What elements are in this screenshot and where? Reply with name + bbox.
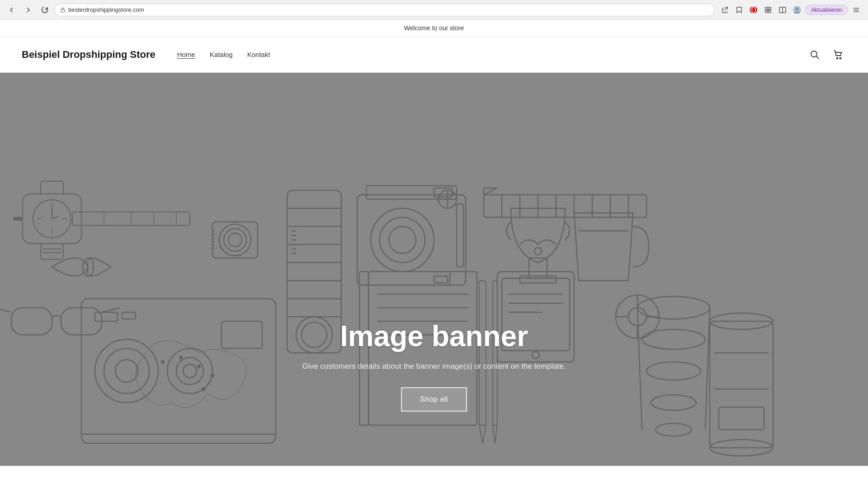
svg-point-112 (179, 356, 182, 359)
nav-kontakt[interactable]: Kontakt (247, 51, 270, 58)
svg-point-1 (750, 6, 757, 14)
browser-chrome: besterdropshippingstore.com (0, 0, 868, 20)
aktualisieren-button[interactable]: Aktualisieren (805, 5, 848, 15)
share-button[interactable] (718, 4, 731, 16)
svg-rect-6 (769, 10, 771, 13)
profile-button[interactable] (791, 4, 803, 16)
announcement-bar: Welcome to our store (0, 20, 868, 37)
header-right (807, 47, 846, 63)
hero-subtitle: Give customers details about the banner … (302, 362, 566, 371)
svg-rect-0 (61, 9, 65, 12)
opera-button[interactable] (747, 4, 760, 16)
svg-point-16 (837, 57, 838, 59)
svg-rect-4 (769, 7, 771, 9)
site-logo[interactable]: Beispiel Dropshipping Store (22, 49, 156, 61)
site-nav: Home Katalog Kontakt (177, 51, 270, 58)
svg-point-14 (811, 51, 817, 57)
nav-home[interactable]: Home (177, 51, 195, 58)
svg-point-111 (161, 361, 164, 363)
svg-point-113 (198, 365, 200, 368)
extensions-button[interactable] (762, 4, 774, 16)
hero-content: Image banner Give customers details abou… (302, 319, 566, 412)
url-text: besterdropshippingstore.com (68, 6, 144, 13)
svg-rect-12 (854, 9, 859, 10)
search-icon (810, 50, 820, 60)
lock-icon (60, 7, 66, 13)
search-button[interactable] (807, 47, 823, 63)
split-view-button[interactable] (776, 4, 789, 16)
announcement-text: Welcome to our store (404, 24, 464, 32)
site-header: Beispiel Dropshipping Store Home Katalog… (0, 37, 868, 73)
svg-line-15 (816, 56, 819, 59)
svg-point-115 (202, 388, 205, 390)
bookmark-button[interactable] (733, 4, 745, 16)
svg-point-10 (796, 8, 798, 10)
address-bar[interactable]: besterdropshippingstore.com (54, 4, 715, 16)
nav-katalog[interactable]: Katalog (210, 51, 233, 58)
shop-all-button[interactable]: Shop all (401, 387, 467, 412)
reload-button[interactable] (38, 4, 51, 16)
menu-button[interactable] (850, 4, 863, 16)
forward-button[interactable] (22, 4, 34, 16)
browser-actions: Aktualisieren (718, 4, 863, 16)
svg-rect-11 (854, 8, 859, 9)
svg-rect-3 (765, 7, 768, 9)
cart-icon (833, 50, 843, 60)
header-left: Beispiel Dropshipping Store Home Katalog… (22, 49, 270, 61)
hero-banner: Image banner Give customers details abou… (0, 73, 868, 466)
svg-rect-13 (854, 11, 859, 12)
hero-title: Image banner (302, 319, 566, 353)
svg-point-17 (840, 57, 841, 59)
back-button[interactable] (5, 4, 18, 16)
svg-point-114 (211, 374, 214, 377)
svg-rect-5 (765, 10, 768, 13)
cart-button[interactable] (830, 47, 846, 63)
